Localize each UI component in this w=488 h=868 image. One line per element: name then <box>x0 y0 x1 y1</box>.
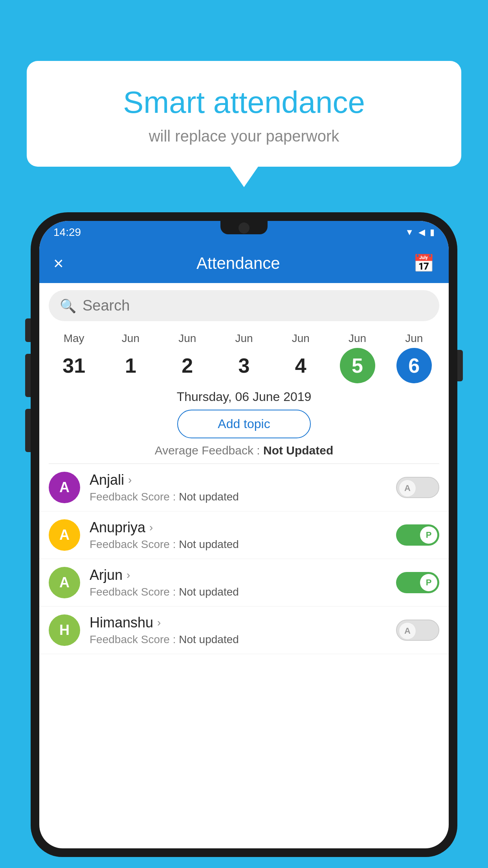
phone-camera <box>238 223 250 234</box>
attendance-toggle[interactable]: A <box>396 477 439 498</box>
speech-subtitle: will replace your paperwork <box>46 127 442 145</box>
search-input[interactable] <box>83 297 428 314</box>
student-list: AAnjali›Feedback Score : Not updatedAAAn… <box>39 464 449 654</box>
student-info: Anupriya›Feedback Score : Not updated <box>90 519 396 551</box>
cal-month-label: Jun <box>279 332 322 345</box>
student-avatar: A <box>49 519 80 551</box>
student-item[interactable]: AAnjali›Feedback Score : Not updatedA <box>39 464 449 511</box>
calendar-day[interactable]: Jun1 <box>109 332 152 383</box>
chevron-right-icon: › <box>127 569 130 581</box>
speech-bubble-container: Smart attendance will replace your paper… <box>27 61 461 167</box>
average-feedback: Average Feedback : Not Updated <box>39 444 449 457</box>
wifi-icon: ▼ <box>405 227 414 237</box>
avg-feedback-value: Not Updated <box>263 444 333 457</box>
volume-down-button <box>25 409 31 452</box>
cal-month-label: Jun <box>222 332 266 345</box>
student-avatar: H <box>49 614 80 646</box>
app-bar-title: Attendance <box>196 254 280 273</box>
cal-date-number: 6 <box>396 348 432 383</box>
search-bar[interactable]: 🔍 <box>49 290 439 321</box>
phone-mockup: 14:29 ▼ ◀ ▮ × Attendance 📅 🔍 May31Jun1Ju… <box>31 212 457 868</box>
app-bar: × Attendance 📅 <box>39 244 449 283</box>
student-item[interactable]: AAnupriya›Feedback Score : Not updatedP <box>39 511 449 559</box>
student-avatar: A <box>49 472 80 503</box>
phone-screen: 14:29 ▼ ◀ ▮ × Attendance 📅 🔍 May31Jun1Ju… <box>39 221 449 848</box>
calendar-day[interactable]: May31 <box>52 332 95 383</box>
search-icon: 🔍 <box>60 298 76 314</box>
calendar-day[interactable]: Jun3 <box>222 332 266 383</box>
student-name: Arjun <box>90 567 123 583</box>
feedback-score: Feedback Score : Not updated <box>90 633 396 646</box>
volume-silent-button <box>25 318 31 342</box>
toggle-knob: A <box>399 622 416 640</box>
power-button <box>457 350 463 381</box>
cal-date-number: 31 <box>56 348 92 383</box>
student-info: Arjun›Feedback Score : Not updated <box>90 567 396 598</box>
student-info: Anjali›Feedback Score : Not updated <box>90 472 396 503</box>
phone-outer: 14:29 ▼ ◀ ▮ × Attendance 📅 🔍 May31Jun1Ju… <box>31 212 457 857</box>
calendar-icon[interactable]: 📅 <box>413 253 435 274</box>
status-time: 14:29 <box>53 226 81 239</box>
student-item[interactable]: AArjun›Feedback Score : Not updatedP <box>39 559 449 607</box>
student-name: Anupriya <box>90 519 145 536</box>
status-icons: ▼ ◀ ▮ <box>405 227 435 237</box>
cal-date-number: 4 <box>283 348 318 383</box>
cal-month-label: Jun <box>166 332 209 345</box>
cal-date-number: 1 <box>113 348 148 383</box>
cal-month-label: Jun <box>109 332 152 345</box>
speech-bubble: Smart attendance will replace your paper… <box>27 61 461 167</box>
calendar-day[interactable]: Jun6 <box>393 332 436 383</box>
volume-up-button <box>25 354 31 397</box>
chevron-right-icon: › <box>128 474 132 486</box>
cal-date-number: 3 <box>226 348 262 383</box>
attendance-toggle[interactable]: A <box>396 620 439 641</box>
cal-month-label: Jun <box>393 332 436 345</box>
toggle-knob: P <box>420 574 437 591</box>
attendance-toggle[interactable]: P <box>396 524 439 546</box>
calendar-day[interactable]: Jun2 <box>166 332 209 383</box>
chevron-right-icon: › <box>149 521 153 534</box>
toggle-knob: A <box>399 480 416 497</box>
student-info: Himanshu›Feedback Score : Not updated <box>90 614 396 646</box>
speech-title: Smart attendance <box>46 85 442 120</box>
close-icon[interactable]: × <box>53 254 64 273</box>
attendance-toggle[interactable]: P <box>396 572 439 593</box>
student-name: Himanshu <box>90 614 153 631</box>
calendar-row: May31Jun1Jun2Jun3Jun4Jun5Jun6 <box>39 328 449 386</box>
feedback-score: Feedback Score : Not updated <box>90 491 396 503</box>
chevron-right-icon: › <box>157 616 161 629</box>
add-topic-button[interactable]: Add topic <box>177 410 311 438</box>
battery-icon: ▮ <box>430 227 435 237</box>
signal-icon: ◀ <box>418 227 425 237</box>
feedback-score: Feedback Score : Not updated <box>90 586 396 598</box>
student-avatar: A <box>49 567 80 598</box>
feedback-score: Feedback Score : Not updated <box>90 538 396 551</box>
calendar-day[interactable]: Jun4 <box>279 332 322 383</box>
cal-month-label: Jun <box>336 332 379 345</box>
toggle-knob: P <box>420 526 437 544</box>
student-item[interactable]: HHimanshu›Feedback Score : Not updatedA <box>39 607 449 654</box>
cal-month-label: May <box>52 332 95 345</box>
avg-feedback-label: Average Feedback : <box>155 444 263 457</box>
cal-date-number: 5 <box>340 348 375 383</box>
cal-date-number: 2 <box>170 348 205 383</box>
selected-date-label: Thursday, 06 June 2019 <box>39 390 449 404</box>
student-name: Anjali <box>90 472 124 488</box>
calendar-day[interactable]: Jun5 <box>336 332 379 383</box>
